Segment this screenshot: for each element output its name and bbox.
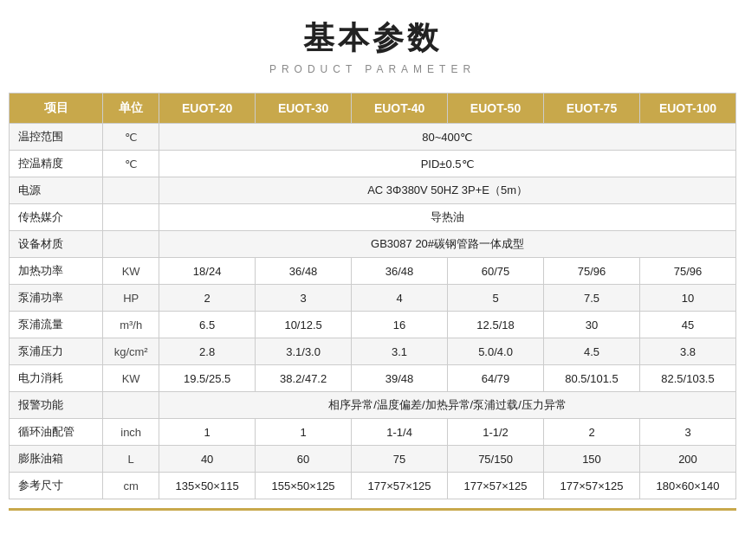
row-cell-13-4: 177×57×125 [544, 473, 640, 499]
row-label-11: 循环油配管 [10, 419, 103, 446]
row-span-value-10: 相序异常/温度偏差/加热异常/泵浦过载/压力异常 [159, 392, 736, 419]
table-row: 泵浦功率HP23457.510 [10, 285, 736, 312]
row-label-8: 泵浦压力 [10, 338, 103, 365]
row-cell-9-1: 38.2/47.2 [256, 365, 352, 392]
row-span-value-4: GB3087 20#碳钢管路一体成型 [159, 231, 736, 258]
row-unit-4 [103, 231, 159, 258]
parameter-table: 项目单位EUOT-20EUOT-30EUOT-40EUOT-50EUOT-75E… [9, 93, 736, 499]
row-label-10: 报警功能 [10, 392, 103, 419]
row-cell-5-5: 75/96 [639, 258, 735, 285]
row-label-0: 温控范围 [10, 124, 103, 151]
sub-title: PRODUCT PARAMETER [269, 63, 476, 75]
row-label-6: 泵浦功率 [10, 285, 103, 312]
row-unit-11: inch [103, 419, 159, 446]
row-label-1: 控温精度 [10, 151, 103, 177]
table-row: 加热功率KW18/2436/4836/4860/7575/9675/96 [10, 258, 736, 285]
row-cell-8-3: 5.0/4.0 [448, 338, 544, 365]
header-cell-2: EUOT-20 [159, 93, 256, 124]
bottom-line [9, 508, 736, 511]
table-row: 电力消耗KW19.5/25.538.2/47.239/4864/7980.5/1… [10, 365, 736, 392]
row-unit-12: L [103, 446, 159, 473]
table-row: 设备材质GB3087 20#碳钢管路一体成型 [10, 231, 736, 258]
row-cell-7-4: 30 [544, 312, 640, 338]
row-cell-6-0: 2 [159, 285, 256, 312]
row-cell-12-5: 200 [639, 446, 735, 473]
header-cell-0: 项目 [10, 93, 103, 124]
table-row: 泵浦流量m³/h6.510/12.51612.5/183045 [10, 312, 736, 338]
table-header: 项目单位EUOT-20EUOT-30EUOT-40EUOT-50EUOT-75E… [10, 93, 736, 124]
row-cell-11-0: 1 [159, 419, 256, 446]
title-area: 基本参数 PRODUCT PARAMETER [269, 17, 476, 75]
row-unit-3 [103, 204, 159, 231]
row-cell-6-1: 3 [256, 285, 352, 312]
header-cell-5: EUOT-50 [448, 93, 544, 124]
header-cell-4: EUOT-40 [352, 93, 448, 124]
row-label-3: 传热媒介 [10, 204, 103, 231]
row-label-9: 电力消耗 [10, 365, 103, 392]
row-label-7: 泵浦流量 [10, 312, 103, 338]
table-row: 温控范围℃80~400℃ [10, 124, 736, 151]
row-cell-13-1: 155×50×125 [256, 473, 352, 499]
row-cell-5-4: 75/96 [544, 258, 640, 285]
row-cell-12-3: 75/150 [448, 446, 544, 473]
row-cell-8-0: 2.8 [159, 338, 256, 365]
row-cell-6-4: 7.5 [544, 285, 640, 312]
row-span-value-2: AC 3Φ380V 50HZ 3P+E（5m） [159, 177, 736, 204]
row-cell-12-1: 60 [256, 446, 352, 473]
table-row: 循环油配管inch111-1/41-1/223 [10, 419, 736, 446]
table-row: 传热媒介导热油 [10, 204, 736, 231]
row-unit-13: cm [103, 473, 159, 499]
row-cell-13-5: 180×60×140 [639, 473, 735, 499]
table-row: 泵浦压力kg/cm²2.83.1/3.03.15.0/4.04.53.8 [10, 338, 736, 365]
table-row: 参考尺寸cm135×50×115155×50×125177×57×125177×… [10, 473, 736, 499]
row-cell-5-1: 36/48 [256, 258, 352, 285]
row-label-4: 设备材质 [10, 231, 103, 258]
row-unit-8: kg/cm² [103, 338, 159, 365]
row-cell-7-3: 12.5/18 [448, 312, 544, 338]
row-cell-8-4: 4.5 [544, 338, 640, 365]
row-unit-7: m³/h [103, 312, 159, 338]
table-row: 电源AC 3Φ380V 50HZ 3P+E（5m） [10, 177, 736, 204]
row-cell-8-5: 3.8 [639, 338, 735, 365]
table-row: 报警功能相序异常/温度偏差/加热异常/泵浦过载/压力异常 [10, 392, 736, 419]
row-cell-5-0: 18/24 [159, 258, 256, 285]
row-unit-5: KW [103, 258, 159, 285]
header-cell-7: EUOT-100 [639, 93, 735, 124]
row-span-value-3: 导热油 [159, 204, 736, 231]
table-row: 控温精度℃PID±0.5℃ [10, 151, 736, 177]
row-cell-9-3: 64/79 [448, 365, 544, 392]
row-label-12: 膨胀油箱 [10, 446, 103, 473]
row-unit-1: ℃ [103, 151, 159, 177]
row-cell-7-1: 10/12.5 [256, 312, 352, 338]
header-row: 项目单位EUOT-20EUOT-30EUOT-40EUOT-50EUOT-75E… [10, 93, 736, 124]
row-unit-6: HP [103, 285, 159, 312]
row-label-2: 电源 [10, 177, 103, 204]
header-cell-6: EUOT-75 [544, 93, 640, 124]
row-cell-12-0: 40 [159, 446, 256, 473]
row-cell-9-5: 82.5/103.5 [639, 365, 735, 392]
row-cell-11-4: 2 [544, 419, 640, 446]
row-cell-8-2: 3.1 [352, 338, 448, 365]
row-cell-12-2: 75 [352, 446, 448, 473]
row-span-value-0: 80~400℃ [159, 124, 736, 151]
row-unit-2 [103, 177, 159, 204]
row-cell-12-4: 150 [544, 446, 640, 473]
main-title: 基本参数 [269, 17, 476, 60]
row-cell-7-5: 45 [639, 312, 735, 338]
row-cell-8-1: 3.1/3.0 [256, 338, 352, 365]
row-cell-13-2: 177×57×125 [352, 473, 448, 499]
row-unit-10 [103, 392, 159, 419]
row-cell-13-0: 135×50×115 [159, 473, 256, 499]
row-cell-9-4: 80.5/101.5 [544, 365, 640, 392]
row-cell-6-2: 4 [352, 285, 448, 312]
row-cell-7-2: 16 [352, 312, 448, 338]
row-cell-11-3: 1-1/2 [448, 419, 544, 446]
row-unit-9: KW [103, 365, 159, 392]
row-cell-13-3: 177×57×125 [448, 473, 544, 499]
row-cell-11-2: 1-1/4 [352, 419, 448, 446]
row-unit-0: ℃ [103, 124, 159, 151]
row-label-5: 加热功率 [10, 258, 103, 285]
row-cell-9-2: 39/48 [352, 365, 448, 392]
header-cell-3: EUOT-30 [256, 93, 352, 124]
table-body: 温控范围℃80~400℃控温精度℃PID±0.5℃电源AC 3Φ380V 50H… [10, 124, 736, 499]
